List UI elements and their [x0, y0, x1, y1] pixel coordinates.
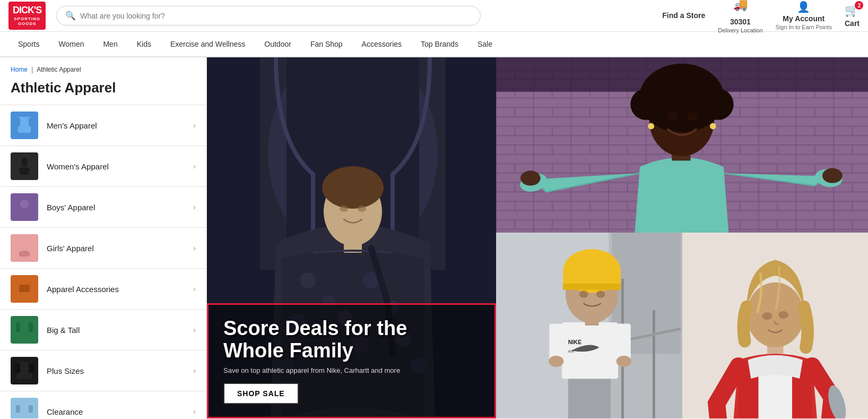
find-store-button[interactable]: Find a Store — [662, 11, 705, 20]
hero-redjacket-image — [682, 233, 869, 418]
delivery-icon: 🚚 — [733, 0, 748, 13]
site-header: DICK'S SPORTING GOODS 🔍 Find a Store 🚚 3… — [0, 0, 868, 32]
svg-point-90 — [778, 311, 788, 319]
sidebar-label-bigtall: Big & Tall — [47, 326, 185, 335]
sidebar-thumb-bigtall — [11, 316, 38, 344]
nav-item-fanshop[interactable]: Fan Shop — [301, 32, 352, 57]
svg-point-55 — [667, 113, 678, 121]
svg-rect-7 — [19, 285, 30, 292]
deal-title: Score Deals for the Whole Family — [223, 318, 480, 362]
delivery-zip: 30301 — [718, 17, 762, 27]
svg-point-51 — [630, 89, 662, 120]
deal-banner: Score Deals for the Whole Family Save on… — [207, 303, 496, 418]
svg-point-3 — [21, 158, 28, 166]
sidebar-label-mens: Men's Apparel — [47, 121, 185, 130]
sidebar-chevron-plussizes: › — [193, 366, 196, 375]
svg-rect-10 — [29, 322, 33, 332]
nav-item-sports[interactable]: Sports — [8, 32, 49, 57]
sidebar-item-boys-apparel[interactable]: Boys' Apparel › — [0, 187, 206, 228]
svg-point-46 — [520, 170, 541, 185]
svg-text:NIKE: NIKE — [568, 339, 581, 345]
sidebar-item-womens-apparel[interactable]: Women's Apparel › — [0, 146, 206, 187]
svg-point-21 — [300, 272, 316, 288]
account-sub-label: Sign In to Earn Points — [776, 23, 832, 31]
sidebar-chevron-boys: › — [193, 203, 196, 211]
nav-item-women[interactable]: Women — [49, 32, 93, 57]
site-logo[interactable]: DICK'S SPORTING GOODS — [8, 2, 46, 30]
sidebar-label-girls: Girls' Apparel — [47, 244, 185, 253]
nav-item-accessories[interactable]: Accessories — [352, 32, 411, 57]
cart-label: Cart — [845, 19, 860, 28]
account-main-label: My Account — [776, 14, 832, 23]
hero-area: Score Deals for the Whole Family Save on… — [207, 57, 868, 418]
logo-line3: GOODS — [13, 21, 41, 27]
nav-item-exercise[interactable]: Exercise and Wellness — [161, 32, 255, 57]
svg-point-33 — [322, 166, 384, 209]
shop-sale-button[interactable]: SHOP SALE — [223, 383, 299, 404]
svg-rect-9 — [16, 322, 20, 332]
sidebar-item-apparel-accessories[interactable]: Apparel Accessories › — [0, 269, 206, 310]
nav-item-sale[interactable]: Sale — [468, 32, 502, 57]
svg-point-5 — [21, 240, 28, 250]
svg-rect-63 — [653, 310, 655, 418]
sidebar-item-mens-apparel[interactable]: Men's Apparel › — [0, 105, 206, 146]
sidebar-label-womens: Women's Apparel — [47, 162, 185, 171]
svg-rect-16 — [29, 405, 33, 413]
header-actions: Find a Store 🚚 30301 Delivery Location 👤… — [662, 0, 860, 34]
nav-item-men[interactable]: Men — [93, 32, 127, 57]
sidebar-item-girls-apparel[interactable]: Girls' Apparel › — [0, 228, 206, 269]
cart-icon: 🛒 2 — [845, 3, 859, 19]
sidebar-chevron-clearance: › — [193, 407, 196, 416]
sidebar-chevron-bigtall: › — [193, 326, 196, 334]
sidebar-label-accessories: Apparel Accessories — [47, 285, 185, 294]
svg-point-4 — [20, 200, 29, 208]
delivery-location[interactable]: 🚚 30301 Delivery Location — [718, 0, 762, 34]
sidebar-label-plussizes: Plus Sizes — [47, 366, 185, 375]
svg-rect-64 — [568, 373, 611, 418]
hero-boy-image: NIKE AIR — [496, 233, 682, 418]
svg-point-34 — [340, 206, 348, 212]
svg-rect-1 — [16, 118, 20, 126]
nav-item-topbrands[interactable]: Top Brands — [411, 32, 468, 57]
sidebar-item-big-tall[interactable]: Big & Tall › — [0, 310, 206, 350]
nav-item-kids[interactable]: Kids — [127, 32, 161, 57]
breadcrumb-separator: | — [31, 66, 33, 73]
sidebar-item-plus-sizes[interactable]: Plus Sizes › — [0, 350, 206, 391]
svg-point-57 — [648, 123, 654, 130]
sidebar-item-clearance[interactable]: Clearance › — [0, 391, 206, 418]
cart-button[interactable]: 🛒 2 Cart — [845, 3, 860, 28]
sidebar-thumb-boys — [11, 193, 38, 221]
sidebar-thumb-mens — [11, 112, 38, 139]
sidebar: Home | Athletic Apparel Athletic Apparel… — [0, 57, 207, 418]
hero-woman-teal-image — [496, 57, 868, 233]
deal-subtitle: Save on top athletic apparel from Nike, … — [223, 366, 480, 374]
search-input[interactable] — [80, 12, 472, 20]
breadcrumb-home[interactable]: Home — [11, 66, 28, 73]
svg-point-88 — [747, 283, 804, 347]
sidebar-thumb-plussizes — [11, 357, 38, 384]
breadcrumb: Home | Athletic Apparel — [0, 66, 206, 78]
cart-badge: 2 — [855, 1, 863, 10]
sidebar-chevron-girls: › — [193, 244, 196, 252]
svg-point-56 — [687, 113, 698, 121]
svg-point-89 — [762, 312, 772, 320]
svg-point-71 — [617, 356, 631, 367]
nav-item-outdoor[interactable]: Outdoor — [255, 32, 301, 57]
sidebar-label-boys: Boys' Apparel — [47, 203, 185, 212]
svg-rect-13 — [29, 363, 34, 373]
search-icon: 🔍 — [65, 11, 76, 21]
svg-point-58 — [710, 123, 716, 130]
main-content: Home | Athletic Apparel Athletic Apparel… — [0, 57, 868, 418]
sidebar-chevron-mens: › — [193, 121, 196, 130]
svg-rect-76 — [563, 284, 621, 290]
svg-point-78 — [596, 290, 605, 298]
sidebar-chevron-womens: › — [193, 162, 196, 170]
account-icon: 👤 — [797, 0, 810, 14]
svg-rect-12 — [15, 363, 20, 373]
svg-rect-15 — [16, 405, 20, 413]
svg-point-53 — [655, 74, 680, 99]
sidebar-label-clearance: Clearance — [47, 407, 185, 416]
logo-line2: SPORTING — [13, 16, 41, 22]
account-button[interactable]: 👤 My Account Sign In to Earn Points — [776, 0, 832, 31]
search-bar: 🔍 — [56, 6, 481, 25]
